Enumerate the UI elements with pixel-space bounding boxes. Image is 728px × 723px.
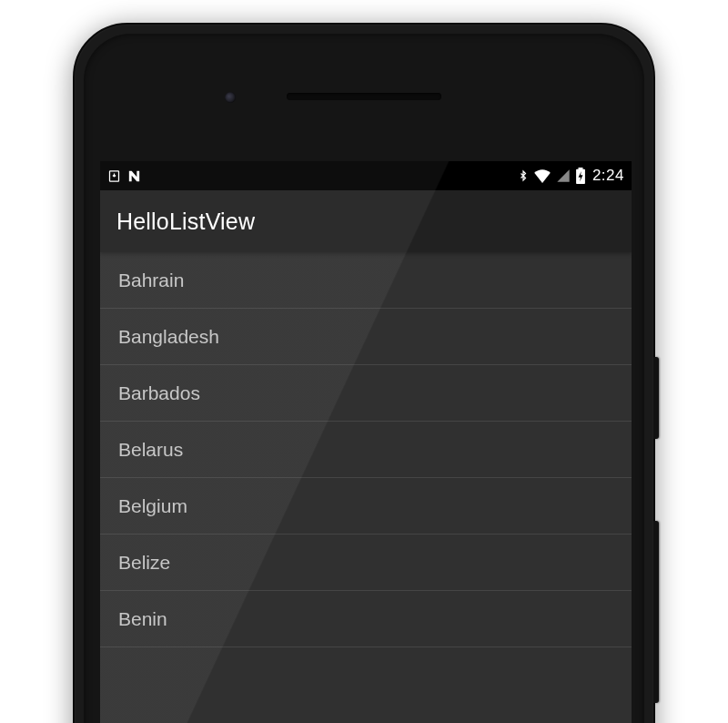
signal-icon — [556, 168, 571, 183]
front-camera — [225, 92, 236, 103]
app-title: HelloListView — [116, 209, 255, 235]
list-item-label: Benin — [118, 608, 167, 630]
svg-rect-2 — [578, 168, 582, 169]
list-item-label: Belarus — [118, 439, 183, 461]
app-bar: HelloListView — [100, 190, 632, 252]
list-item[interactable]: Belize — [100, 535, 632, 591]
list-item[interactable]: Bahrain — [100, 252, 632, 309]
battery-charging-icon — [575, 168, 586, 184]
list-item[interactable]: Benin — [100, 591, 632, 647]
status-right: 2:24 — [518, 167, 624, 185]
list-item[interactable]: Belarus — [100, 422, 632, 478]
wifi-icon — [533, 168, 551, 183]
list-item-label: Barbados — [118, 382, 200, 404]
list-item[interactable]: Belgium — [100, 478, 632, 535]
list-item-label: Bangladesh — [118, 326, 219, 348]
list-view[interactable]: Bahrain Bangladesh Barbados Belarus Belg… — [100, 252, 632, 647]
list-item-label: Belize — [118, 552, 170, 574]
download-icon — [107, 169, 121, 183]
device-frame: 2:24 HelloListView Bahrain Bangladesh Ba… — [73, 23, 655, 723]
list-item[interactable]: Bangladesh — [100, 309, 632, 365]
status-left — [107, 168, 142, 184]
volume-rocker — [653, 521, 659, 703]
android-n-icon — [126, 168, 142, 184]
bluetooth-icon — [518, 168, 529, 184]
screen: 2:24 HelloListView Bahrain Bangladesh Ba… — [100, 161, 632, 723]
speaker-grille — [287, 93, 441, 100]
status-bar: 2:24 — [100, 161, 632, 190]
status-clock: 2:24 — [592, 167, 624, 185]
list-item-label: Bahrain — [118, 270, 184, 291]
list-item[interactable]: Barbados — [100, 365, 632, 422]
list-item-label: Belgium — [118, 495, 187, 517]
power-button — [653, 357, 659, 439]
